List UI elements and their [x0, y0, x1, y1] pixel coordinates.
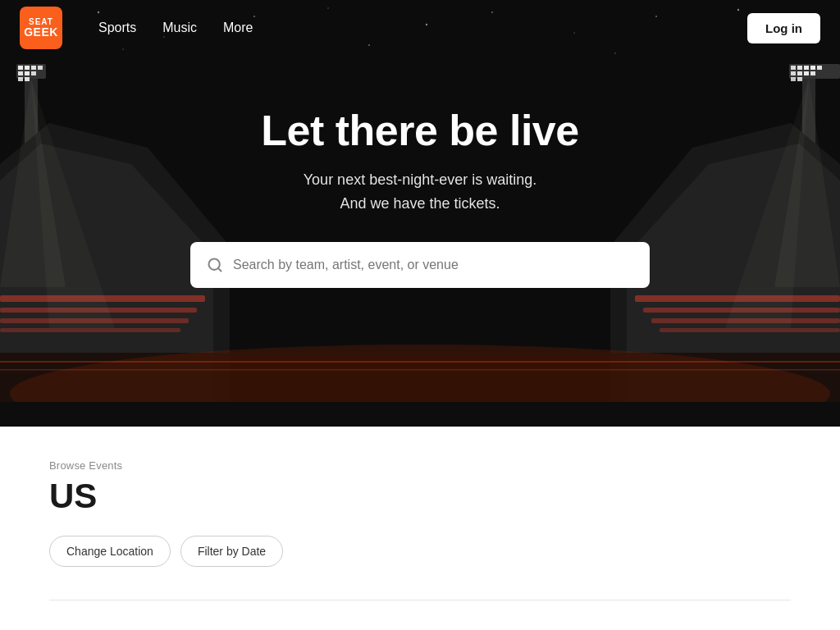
filter-buttons: Change Location Filter by Date [49, 536, 791, 567]
navbar: SEAT GEEK Sports Music More Log in [0, 0, 840, 56]
bottom-divider [49, 600, 791, 600]
nav-sports[interactable]: Sports [89, 14, 146, 42]
svg-rect-52 [660, 328, 840, 332]
svg-rect-59 [0, 402, 840, 427]
search-icon [207, 257, 223, 273]
nav-links: Sports Music More [89, 14, 747, 42]
hero-subtitle-line2: And we have the tickets. [340, 195, 500, 212]
svg-rect-24 [18, 77, 23, 81]
svg-line-61 [218, 268, 221, 272]
svg-rect-43 [804, 71, 809, 75]
logo-geek: GEEK [24, 26, 58, 38]
svg-rect-57 [0, 361, 840, 363]
svg-rect-23 [31, 71, 36, 75]
svg-rect-38 [804, 66, 809, 70]
search-input[interactable] [233, 258, 633, 272]
svg-rect-31 [0, 328, 180, 332]
svg-rect-18 [25, 66, 30, 70]
hero-subtitle: Your next best-night-ever is waiting. An… [190, 168, 650, 216]
location-title: US [49, 477, 791, 516]
svg-rect-45 [791, 77, 796, 81]
hero-subtitle-line1: Your next best-night-ever is waiting. [304, 171, 536, 188]
svg-rect-21 [18, 71, 23, 75]
svg-rect-25 [25, 77, 30, 81]
svg-rect-41 [791, 71, 796, 75]
filter-date-button[interactable]: Filter by Date [180, 536, 283, 567]
svg-rect-58 [0, 369, 840, 371]
svg-rect-46 [797, 77, 802, 81]
svg-rect-36 [791, 66, 796, 70]
hero-title: Let there be live [190, 106, 650, 155]
svg-rect-39 [810, 66, 815, 70]
logo[interactable]: SEAT GEEK [20, 7, 62, 49]
login-button[interactable]: Log in [747, 13, 820, 43]
hero-content: Let there be live Your next best-night-e… [174, 106, 666, 288]
logo-box: SEAT GEEK [20, 7, 62, 49]
svg-rect-22 [25, 71, 30, 75]
svg-rect-37 [797, 66, 802, 70]
svg-rect-17 [18, 66, 23, 70]
svg-rect-44 [810, 71, 815, 75]
svg-rect-19 [31, 66, 36, 70]
browse-label: Browse Events [49, 459, 791, 472]
nav-music[interactable]: Music [153, 14, 207, 42]
search-bar [190, 242, 650, 288]
browse-section: Browse Events US Change Location Filter … [0, 427, 840, 630]
nav-more[interactable]: More [213, 14, 262, 42]
change-location-button[interactable]: Change Location [49, 536, 171, 567]
svg-rect-42 [797, 71, 802, 75]
hero-section: Let there be live Your next best-night-e… [0, 0, 840, 427]
svg-rect-20 [38, 66, 43, 70]
svg-rect-40 [817, 66, 822, 70]
